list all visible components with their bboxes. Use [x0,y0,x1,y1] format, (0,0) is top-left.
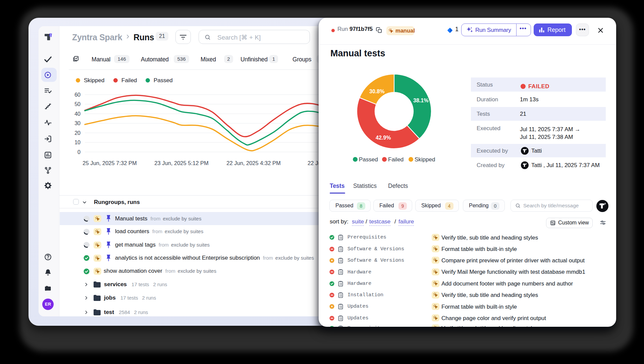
svg-text:10: 10 [74,140,80,145]
svg-text:40: 40 [74,111,80,117]
svg-text:23 Jun, 2025 5:12 PM: 23 Jun, 2025 5:12 PM [154,160,208,166]
svg-text:25 Jun, 2025 7:32 PM: 25 Jun, 2025 7:32 PM [83,160,137,166]
svg-text:0: 0 [77,149,80,155]
svg-text:60: 60 [74,92,80,98]
svg-text:50: 50 [74,101,80,107]
svg-text:20: 20 [74,130,80,136]
svg-text:30: 30 [74,120,80,126]
svg-text:22 Jun, 2025 4:32 PM: 22 Jun, 2025 4:32 PM [226,160,280,166]
